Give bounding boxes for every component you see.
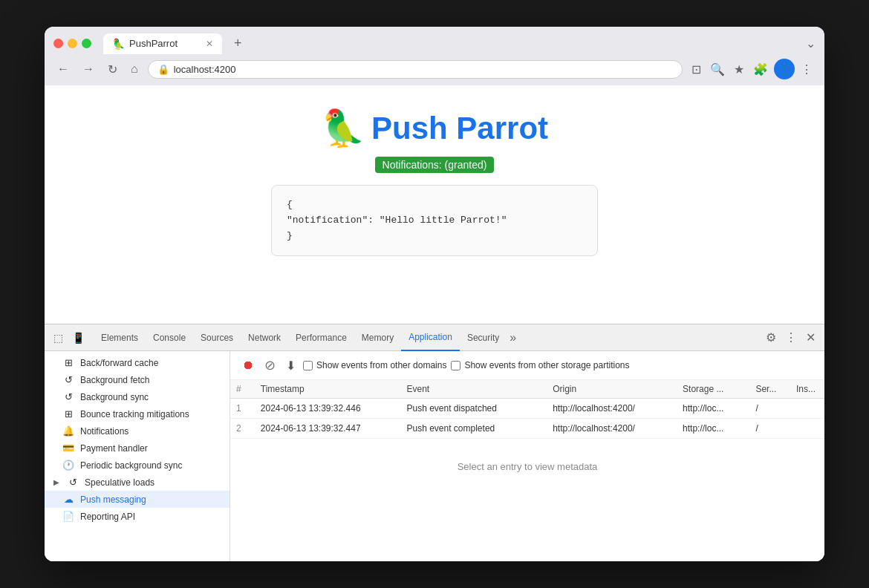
browser-toolbar-icons: ⊡ 🔍 ★ 🧩 👤 ⋮ — [689, 59, 816, 79]
devtools-body: ⊞ Back/forward cache ↺ Background fetch … — [45, 351, 824, 561]
forward-button[interactable]: → — [79, 61, 98, 77]
app-title: 🦜 Push Parrot — [321, 108, 548, 149]
sidebar-label-payment-handler: Payment handler — [80, 443, 148, 454]
notifications-icon: 🔔 — [62, 425, 74, 437]
cell-storage-2: http://loc... — [677, 419, 749, 439]
push-messaging-icon: ☁ — [62, 494, 74, 505]
json-content-box: { "notification": "Hello little Parrot!"… — [271, 185, 598, 256]
maximize-window-button[interactable] — [82, 39, 91, 48]
show-other-storage-checkbox[interactable] — [451, 361, 460, 370]
profile-icon: 👤 — [778, 63, 791, 75]
home-button[interactable]: ⌂ — [127, 61, 142, 77]
events-table: # Timestamp Event Origin Storage ... Ser… — [230, 380, 824, 439]
sidebar-item-periodic-background-sync[interactable]: 🕐 Periodic background sync — [45, 457, 230, 474]
devtools-action-buttons: ⚙ ⋮ ✕ — [763, 327, 818, 347]
notification-status-badge: Notifications: (granted) — [375, 157, 495, 173]
reload-button[interactable]: ↻ — [104, 61, 121, 78]
browser-tab-active[interactable]: 🦜 PushParrot ✕ — [103, 33, 222, 54]
address-input[interactable] — [174, 64, 673, 75]
tab-overflow-button[interactable]: ⌄ — [806, 36, 816, 50]
col-header-event: Event — [400, 380, 547, 399]
sidebar-item-speculative-loads[interactable]: ▶ ↺ Speculative loads — [45, 474, 230, 491]
minimize-window-button[interactable] — [68, 39, 77, 48]
tab-application[interactable]: Application — [401, 324, 460, 351]
background-fetch-icon: ↺ — [62, 374, 74, 385]
col-header-origin: Origin — [547, 380, 677, 399]
cell-ins-1 — [790, 399, 824, 419]
select-entry-message: Select an entry to view metadata — [230, 439, 824, 494]
cell-origin-1: http://localhost:4200/ — [547, 399, 677, 419]
sidebar-item-reporting-api[interactable]: 📄 Reporting API — [45, 508, 230, 525]
col-header-storage: Storage ... — [677, 380, 749, 399]
sidebar-label-reporting-api: Reporting API — [80, 512, 135, 522]
screenshot-icon[interactable]: ⊡ — [689, 59, 704, 79]
window-controls — [53, 39, 91, 48]
tab-close-button[interactable]: ✕ — [206, 39, 213, 49]
cell-timestamp-1: 2024-06-13 13:39:32.446 — [255, 399, 401, 419]
col-header-ins: Ins... — [790, 380, 824, 399]
json-line1: { — [287, 199, 293, 210]
extensions-icon[interactable]: 🧩 — [750, 59, 771, 79]
expand-arrow-icon: ▶ — [53, 478, 59, 486]
cell-origin-2: http://localhost:4200/ — [547, 419, 677, 439]
show-other-domains-label[interactable]: Show events from other domains — [303, 360, 446, 370]
back-forward-cache-icon: ⊞ — [62, 357, 74, 368]
devtools-close-button[interactable]: ✕ — [803, 327, 818, 347]
json-line2: "notification": "Hello little Parrot!" — [287, 215, 507, 226]
title-bar: 🦜 PushParrot ✕ + ⌄ ← → ↻ ⌂ 🔒 ⊡ 🔍 ★ 🧩 � — [45, 27, 824, 85]
tab-sources[interactable]: Sources — [193, 324, 241, 351]
push-messaging-toolbar: ⏺ ⊘ ⬇ Show events from other domains Sho… — [230, 351, 824, 380]
website-area: 🦜 Push Parrot Notifications: (granted) {… — [45, 85, 824, 324]
more-tabs-button[interactable]: » — [510, 331, 516, 344]
devtools-inspect-icon[interactable]: ⬚ — [51, 329, 66, 347]
back-button[interactable]: ← — [53, 61, 73, 77]
table-row[interactable]: 1 2024-06-13 13:39:32.446 Push event dis… — [230, 399, 824, 419]
show-other-domains-checkbox[interactable] — [303, 361, 313, 370]
tab-network[interactable]: Network — [241, 324, 288, 351]
download-button[interactable]: ⬇ — [283, 357, 299, 374]
bounce-tracking-icon: ⊞ — [62, 408, 74, 419]
table-row[interactable]: 2 2024-06-13 13:39:32.447 Push event com… — [230, 419, 824, 439]
cell-storage-1: http://loc... — [677, 399, 749, 419]
page-content: 🦜 Push Parrot Notifications: (granted) {… — [45, 85, 824, 561]
col-header-timestamp: Timestamp — [255, 380, 401, 399]
bookmark-icon[interactable]: ★ — [731, 59, 747, 79]
sidebar-item-background-sync[interactable]: ↺ Background sync — [45, 388, 230, 405]
cell-service-2: / — [749, 419, 790, 439]
lock-icon: 🔒 — [157, 64, 169, 75]
cell-num-2: 2 — [230, 419, 255, 439]
devtools-panel: ⬚ 📱 Elements Console Sources Network Per… — [45, 324, 824, 561]
devtools-main-panel: ⏺ ⊘ ⬇ Show events from other domains Sho… — [230, 351, 824, 561]
json-line3: } — [287, 230, 293, 241]
sidebar-item-background-fetch[interactable]: ↺ Background fetch — [45, 371, 230, 388]
sidebar-item-push-messaging[interactable]: ☁ Push messaging — [45, 491, 230, 508]
profile-button[interactable]: 👤 — [774, 59, 795, 79]
record-button[interactable]: ⏺ — [239, 357, 257, 373]
devtools-settings-button[interactable]: ⚙ — [763, 327, 779, 347]
sidebar-item-notifications[interactable]: 🔔 Notifications — [45, 422, 230, 440]
close-window-button[interactable] — [53, 39, 63, 48]
sidebar-item-bounce-tracking[interactable]: ⊞ Bounce tracking mitigations — [45, 405, 230, 422]
show-other-storage-label[interactable]: Show events from other storage partition… — [451, 360, 629, 370]
zoom-icon[interactable]: 🔍 — [707, 59, 728, 79]
tab-performance[interactable]: Performance — [288, 324, 354, 351]
clear-button[interactable]: ⊘ — [261, 356, 279, 375]
sidebar-item-payment-handler[interactable]: 💳 Payment handler — [45, 440, 230, 457]
browser-menu-button[interactable]: ⋮ — [798, 59, 816, 79]
new-tab-button[interactable]: + — [228, 33, 248, 54]
sidebar-item-back-forward-cache[interactable]: ⊞ Back/forward cache — [45, 354, 230, 371]
show-other-storage-text: Show events from other storage partition… — [464, 360, 629, 370]
devtools-tabs-bar: ⬚ 📱 Elements Console Sources Network Per… — [45, 324, 824, 351]
devtools-menu-button[interactable]: ⋮ — [782, 327, 800, 347]
tab-security[interactable]: Security — [460, 324, 507, 351]
cell-timestamp-2: 2024-06-13 13:39:32.447 — [255, 419, 401, 439]
devtools-device-icon[interactable]: 📱 — [69, 329, 88, 347]
tab-memory[interactable]: Memory — [354, 324, 401, 351]
tab-console[interactable]: Console — [146, 324, 193, 351]
cell-event-1: Push event dispatched — [400, 399, 547, 419]
tab-elements[interactable]: Elements — [94, 324, 146, 351]
tab-title: PushParrot — [129, 38, 178, 49]
sidebar-label-background-fetch: Background fetch — [80, 375, 149, 385]
parrot-emoji-icon: 🦜 — [321, 108, 365, 149]
sidebar-label-speculative-loads: Speculative loads — [85, 477, 154, 488]
